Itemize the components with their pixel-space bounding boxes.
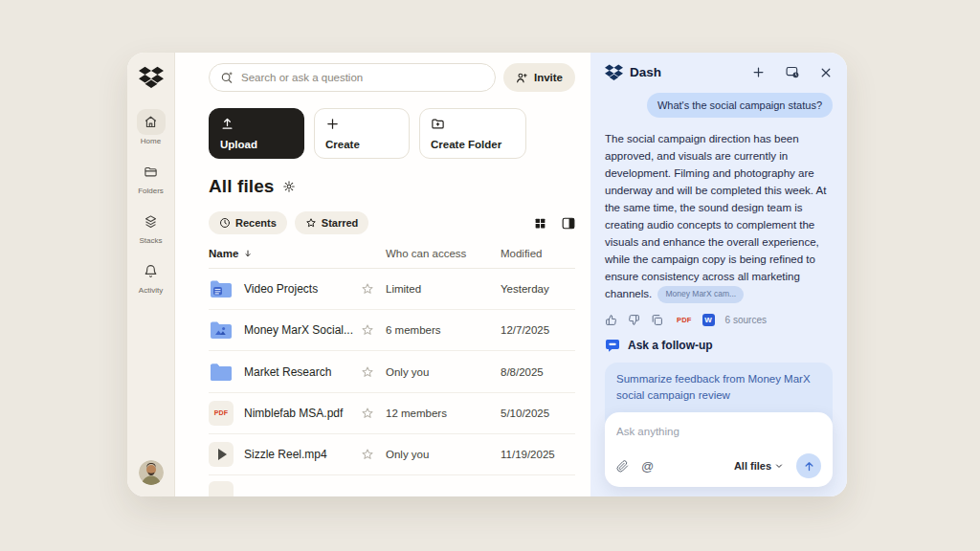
paperclip-icon[interactable] bbox=[616, 460, 629, 473]
invite-button[interactable]: Invite bbox=[503, 63, 575, 92]
folder-video-icon bbox=[209, 277, 234, 300]
create-button[interactable]: Create bbox=[314, 108, 410, 159]
search-input[interactable] bbox=[241, 72, 484, 83]
user-message-bubble: What's the social campaign status? bbox=[647, 93, 833, 118]
file-access: 6 members bbox=[386, 324, 501, 336]
starred-filter[interactable]: Starred bbox=[295, 211, 369, 234]
filter-row: Recents Starred bbox=[209, 211, 575, 234]
file-name: Nimblefab MSA.pdf bbox=[244, 407, 343, 420]
sidebar-item-label: Home bbox=[141, 137, 161, 145]
main-content: Invite Upload Create bbox=[175, 53, 590, 496]
source-chip[interactable]: Money MarX cam... bbox=[657, 286, 744, 303]
sidebar-item-activity[interactable]: Activity bbox=[137, 258, 166, 295]
sidebar-item-label: Folders bbox=[138, 187, 164, 195]
star-icon[interactable] bbox=[361, 448, 386, 461]
file-name: Sizzle Reel.mp4 bbox=[244, 448, 327, 461]
panel-toggle-icon[interactable] bbox=[562, 217, 575, 230]
folder-icon bbox=[209, 361, 234, 384]
upload-button[interactable]: Upload bbox=[209, 108, 304, 159]
input-toolbar: @ All files bbox=[616, 453, 821, 478]
pdf-file-icon: PDF bbox=[209, 401, 234, 426]
table-row-partial bbox=[209, 475, 575, 496]
star-icon[interactable] bbox=[361, 323, 386, 337]
recents-filter[interactable]: Recents bbox=[209, 211, 287, 234]
file-access: Limited bbox=[386, 283, 501, 295]
user-avatar[interactable] bbox=[139, 460, 164, 485]
invite-label: Invite bbox=[534, 72, 563, 83]
ask-input-card: @ All files bbox=[605, 412, 833, 487]
sidebar-item-folders[interactable]: Folders bbox=[137, 159, 166, 195]
clock-icon bbox=[219, 217, 231, 229]
files-header: All files bbox=[209, 176, 575, 197]
star-icon[interactable] bbox=[361, 407, 386, 420]
star-icon bbox=[305, 217, 317, 229]
star-icon[interactable] bbox=[361, 282, 386, 296]
thumbs-up-icon[interactable] bbox=[605, 314, 617, 326]
table-header: Name Who can access Modified bbox=[209, 248, 575, 269]
sidebar-item-label: Activity bbox=[139, 286, 163, 295]
create-folder-button[interactable]: Create Folder bbox=[419, 108, 526, 159]
scope-selector[interactable]: All files bbox=[734, 460, 784, 472]
follow-up-label: Ask a follow-up bbox=[628, 339, 713, 352]
recents-label: Recents bbox=[235, 217, 277, 229]
top-bar: Invite bbox=[209, 63, 575, 92]
pdf-source-icon[interactable]: PDF bbox=[677, 316, 692, 324]
bell-icon bbox=[137, 258, 166, 284]
send-button[interactable] bbox=[796, 453, 821, 478]
dropbox-window: Home Folders Stacks Activity bbox=[127, 53, 847, 496]
person-plus-icon bbox=[516, 72, 528, 84]
composer-area: Ask a follow-up Summarize feedback from … bbox=[605, 338, 833, 488]
file-access: Only you bbox=[386, 449, 501, 460]
column-access[interactable]: Who can access bbox=[386, 248, 501, 259]
search-bar[interactable] bbox=[209, 63, 496, 92]
star-icon[interactable] bbox=[361, 365, 386, 379]
grid-view-icon[interactable] bbox=[534, 217, 546, 230]
sort-down-icon bbox=[243, 249, 253, 258]
copy-icon[interactable] bbox=[651, 314, 663, 326]
table-row[interactable]: Video Projects Limited Yesterday bbox=[209, 269, 575, 310]
history-icon[interactable] bbox=[785, 65, 800, 79]
dash-dropbox-icon bbox=[605, 64, 623, 80]
create-folder-label: Create Folder bbox=[431, 139, 515, 150]
dash-panel: Dash What's the social campaign status? … bbox=[590, 53, 847, 496]
dash-header: Dash bbox=[605, 64, 833, 80]
mention-icon[interactable]: @ bbox=[641, 460, 654, 473]
column-name[interactable]: Name bbox=[209, 248, 361, 259]
table-row[interactable]: PDF Nimblefab MSA.pdf 12 members 5/10/20… bbox=[209, 393, 575, 434]
dropbox-logo-icon[interactable] bbox=[139, 66, 164, 88]
file-modified: 5/10/2025 bbox=[501, 408, 575, 419]
file-modified: 11/19/2025 bbox=[501, 449, 575, 460]
home-icon bbox=[137, 109, 166, 135]
table-row[interactable]: Market Research Only you 8/8/2025 bbox=[209, 351, 575, 392]
file-icon bbox=[209, 481, 234, 496]
gear-icon[interactable] bbox=[282, 180, 296, 193]
stacks-icon bbox=[137, 209, 166, 234]
column-modified[interactable]: Modified bbox=[501, 248, 575, 259]
starred-label: Starred bbox=[322, 217, 359, 229]
file-access: Only you bbox=[386, 366, 501, 378]
quick-actions: Upload Create Create Folder bbox=[209, 108, 575, 159]
sources-count[interactable]: 6 sources bbox=[725, 315, 767, 325]
close-icon[interactable] bbox=[819, 66, 833, 79]
folder-plus-icon bbox=[431, 117, 515, 131]
word-source-icon[interactable]: W bbox=[702, 314, 715, 326]
file-name: Market Research bbox=[244, 365, 331, 379]
sidebar-item-stacks[interactable]: Stacks bbox=[137, 209, 166, 245]
scope-label: All files bbox=[734, 460, 771, 472]
table-row[interactable]: Sizzle Reel.mp4 Only you 11/19/2025 bbox=[209, 434, 575, 475]
ask-anything-input[interactable] bbox=[616, 426, 821, 437]
upload-icon bbox=[220, 117, 293, 131]
new-chat-icon[interactable] bbox=[751, 65, 766, 79]
thumbs-down-icon[interactable] bbox=[628, 314, 640, 326]
upload-label: Upload bbox=[220, 139, 293, 150]
assistant-response: The social campaign direction has been a… bbox=[605, 130, 833, 303]
folders-icon bbox=[137, 159, 166, 185]
file-modified: 8/8/2025 bbox=[501, 366, 575, 378]
follow-up-header: Ask a follow-up bbox=[605, 338, 833, 353]
create-label: Create bbox=[325, 139, 398, 150]
dash-title: Dash bbox=[630, 65, 661, 79]
sidebar-item-home[interactable]: Home bbox=[137, 109, 166, 145]
chat-bubble-icon bbox=[605, 338, 620, 353]
table-row[interactable]: Money MarX Social... 6 members 12/7/2025 bbox=[209, 310, 575, 351]
sidebar-item-label: Stacks bbox=[139, 236, 162, 245]
